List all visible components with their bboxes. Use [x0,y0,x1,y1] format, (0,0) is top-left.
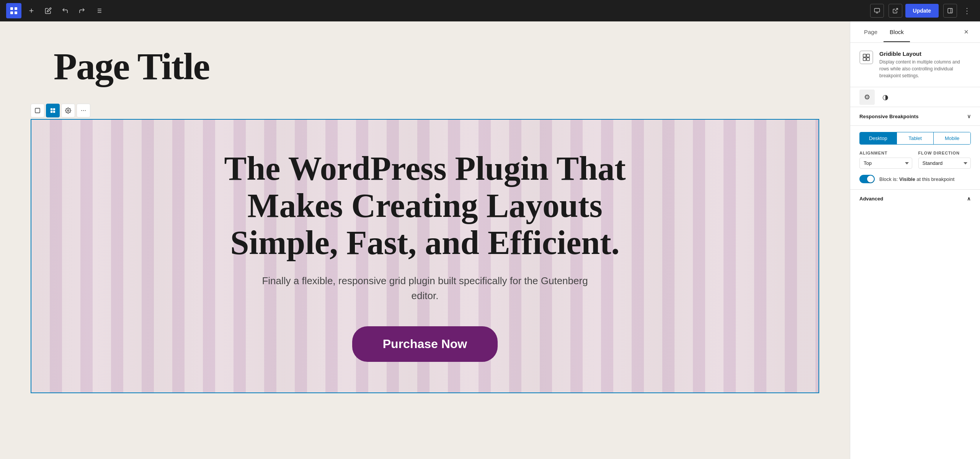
flow-direction-field: FLOW DIRECTION Standard [918,151,971,169]
page-title: Page Title [31,44,819,88]
breakpoints-content: Desktop Tablet Mobile ALIGNMENT Top FLOW… [850,126,980,190]
advanced-section-header[interactable]: Advanced ∧ [850,190,980,208]
advanced-chevron: ∧ [967,196,971,202]
preview-desktop-button[interactable] [870,4,884,18]
block-type-button[interactable] [31,104,44,117]
visibility-toggle[interactable] [859,175,875,183]
breakpoint-mobile[interactable]: Mobile [934,132,970,144]
external-link-icon [892,8,898,14]
main-layout: Page Title [0,21,980,459]
ellipsis-icon [80,107,87,114]
svg-rect-18 [35,108,40,113]
sidebar-icon-row: ⚙ ◑ [850,87,980,107]
svg-rect-27 [863,54,866,57]
svg-rect-21 [51,111,52,113]
add-block-button[interactable] [24,4,38,18]
redo-button[interactable] [75,4,89,18]
block-name: Gridible Layout [879,50,971,57]
svg-rect-30 [867,58,870,61]
wp-logo-button[interactable] [6,3,21,18]
purchase-now-button[interactable]: Purchase Now [352,326,498,362]
block-info: Gridible Layout Display content in multi… [850,43,980,87]
svg-rect-28 [867,54,870,57]
breakpoints-chevron: ∨ [967,113,971,119]
update-button[interactable]: Update [905,4,939,18]
breakpoints-label: Responsive Breakpoints [859,114,919,119]
sidebar-toggle-button[interactable] [943,4,957,18]
grid-icon [9,6,18,15]
grid-view-button[interactable] [46,104,60,117]
tab-page[interactable]: Page [858,23,884,42]
hero-subtext: Finally a flexible, responsive grid plug… [253,273,597,303]
block-icon [859,50,873,64]
alignment-flow-row: ALIGNMENT Top FLOW DIRECTION Standard [859,151,971,169]
list-icon [95,7,102,14]
hero-block[interactable]: The WordPress Plugin That Makes Creating… [31,119,819,393]
advanced-section: Advanced ∧ [850,190,980,208]
block-toolbar [31,104,819,117]
svg-rect-3 [15,11,17,14]
sidebar-icon [947,8,953,14]
svg-rect-29 [863,58,866,61]
redo-icon [78,7,85,14]
settings-tab-button[interactable]: ⚙ [859,90,875,105]
breakpoint-selector: Desktop Tablet Mobile [859,132,971,145]
edit-button[interactable] [41,4,55,18]
svg-point-23 [67,110,69,111]
flow-direction-select[interactable]: Standard [918,158,971,169]
advanced-label: Advanced [859,196,883,202]
svg-rect-19 [51,108,52,110]
sidebar-tabs: Page Block × [850,21,980,43]
svg-rect-22 [53,111,55,113]
tab-block[interactable]: Block [884,23,910,42]
undo-icon [62,7,69,14]
svg-rect-1 [15,7,17,10]
external-link-button[interactable] [889,4,902,18]
settings-toggle-button[interactable] [61,104,75,117]
svg-point-24 [81,110,82,111]
svg-line-15 [895,8,897,11]
breakpoint-tablet[interactable]: Tablet [897,132,934,144]
grid-view-icon [50,107,56,114]
alignment-select[interactable]: Top [859,158,912,169]
svg-rect-12 [874,8,879,12]
hero-heading: The WordPress Plugin That Makes Creating… [224,150,626,261]
more-options-button[interactable]: ⋮ [960,4,974,18]
list-view-button[interactable] [92,4,106,18]
styles-tab-button[interactable]: ◑ [878,90,893,105]
block-type-icon [34,107,41,114]
svg-point-26 [85,110,86,111]
settings-icon: ⚙ [864,93,870,101]
sidebar-close-button[interactable]: × [960,26,972,38]
block-description: Display content in multiple columns and … [879,59,971,79]
svg-rect-0 [10,7,13,10]
breakpoints-section-header[interactable]: Responsive Breakpoints ∨ [850,107,980,126]
block-info-text: Gridible Layout Display content in multi… [879,50,971,79]
top-bar: Update ⋮ [0,0,980,21]
visibility-row: Block is: Visible at this breakpoint [859,175,971,183]
gridible-icon [862,54,870,61]
canvas-area: Page Title [0,21,850,459]
flow-direction-label: FLOW DIRECTION [918,151,971,155]
breakpoint-desktop[interactable]: Desktop [860,132,897,144]
styles-icon: ◑ [882,93,889,101]
undo-button[interactable] [58,4,72,18]
settings-small-icon [65,107,71,114]
svg-rect-20 [53,108,55,110]
desktop-icon [874,8,880,14]
alignment-label: ALIGNMENT [859,151,912,155]
more-block-options-button[interactable] [77,104,90,117]
svg-rect-16 [948,8,952,13]
alignment-field: ALIGNMENT Top [859,151,912,169]
svg-rect-2 [10,11,13,14]
plus-icon [28,7,35,14]
responsive-breakpoints-section: Responsive Breakpoints ∨ Desktop Tablet … [850,107,980,190]
visibility-text: Block is: Visible at this breakpoint [879,176,954,182]
svg-point-25 [83,110,84,111]
pencil-icon [45,7,52,14]
sidebar: Page Block × Gridible Layout Display con… [850,21,980,459]
